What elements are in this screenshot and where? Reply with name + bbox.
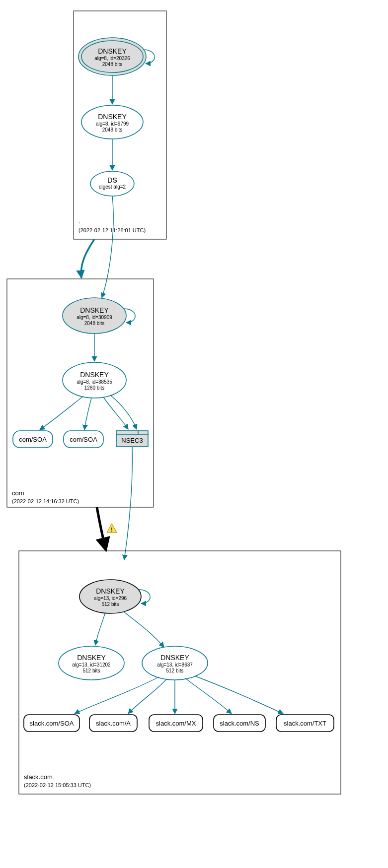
node-slack-zsk2[interactable]: DNSKEY alg=13, id=8637 512 bits [142, 646, 208, 680]
edge-rootds-to-comksk [102, 196, 113, 298]
svg-text:slack.com/NS: slack.com/NS [220, 720, 259, 727]
svg-text:alg=8, id=20326: alg=8, id=20326 [94, 56, 130, 61]
svg-text:DS: DS [107, 176, 117, 184]
svg-text:2048 bits: 2048 bits [84, 321, 105, 326]
dnssec-graph: . (2022-02-12 11:28:01 UTC) DNSKEY alg=8… [0, 0, 388, 868]
warning-icon: ! [107, 524, 117, 533]
node-slack-mx[interactable]: slack.com/MX [149, 715, 203, 732]
zone-slack: slack.com (2022-02-12 15:05:33 UTC) DNSK… [19, 551, 341, 794]
edge-deleg-com-slack [97, 507, 105, 548]
svg-text:alg=8, id=30909: alg=8, id=30909 [77, 315, 112, 320]
svg-text:512 bits: 512 bits [101, 601, 119, 607]
svg-text:1280 bits: 1280 bits [84, 385, 105, 391]
svg-text:2048 bits: 2048 bits [102, 62, 123, 67]
zone-root: . (2022-02-12 11:28:01 UTC) DNSKEY alg=8… [74, 11, 166, 239]
svg-text:com/SOA: com/SOA [70, 436, 97, 443]
svg-text:com/SOA: com/SOA [19, 436, 47, 443]
node-com-ksk[interactable]: DNSKEY alg=8, id=30909 2048 bits [63, 298, 126, 334]
svg-text:NSEC3: NSEC3 [121, 437, 143, 444]
node-slack-a[interactable]: slack.com/A [89, 715, 137, 732]
svg-text:slack.com/A: slack.com/A [96, 720, 131, 727]
edge-com-zsk-to-soa1 [40, 396, 83, 430]
svg-text:digest alg=2: digest alg=2 [99, 184, 126, 190]
svg-text:DNSKEY: DNSKEY [77, 654, 106, 662]
svg-text:alg=8, id=38535: alg=8, id=38535 [77, 379, 112, 385]
svg-text:DNSKEY: DNSKEY [160, 654, 189, 662]
node-slack-ksk[interactable]: DNSKEY alg=13, id=296 512 bits [79, 580, 141, 613]
svg-text:alg=13, id=8637: alg=13, id=8637 [157, 662, 193, 668]
edge-slack-ksk-to-zsk1 [95, 612, 105, 645]
svg-text:slack.com/TXT: slack.com/TXT [284, 720, 326, 727]
edge-slack-zsk2-to-ns [185, 678, 232, 714]
svg-text:!: ! [111, 527, 112, 533]
svg-text:slack.com/SOA: slack.com/SOA [30, 720, 74, 727]
svg-text:alg=13, id=296: alg=13, id=296 [94, 596, 127, 601]
zone-root-name: . [78, 217, 80, 225]
edge-nsec3-to-slackksk [124, 447, 132, 560]
edge-slack-zsk2-to-a [128, 679, 167, 714]
node-root-ds[interactable]: DS digest alg=2 [90, 171, 134, 196]
svg-text:DNSKEY: DNSKEY [98, 47, 127, 55]
zone-slack-name: slack.com [24, 773, 53, 781]
edge-com-zsk-to-soa2 [84, 398, 91, 430]
svg-text:alg=8, id=9799: alg=8, id=9799 [96, 121, 129, 127]
edge-slack-zsk2-to-soa [75, 677, 159, 714]
node-slack-soa[interactable]: slack.com/SOA [24, 715, 79, 732]
svg-text:DNSKEY: DNSKEY [80, 306, 109, 314]
node-root-ksk[interactable]: DNSKEY alg=8, id=20326 2048 bits [78, 38, 146, 75]
zone-com: com (2022-02-12 14:16:32 UTC) DNSKEY alg… [7, 279, 154, 507]
svg-text:DNSKEY: DNSKEY [80, 371, 109, 379]
zone-slack-ts: (2022-02-12 15:05:33 UTC) [24, 782, 91, 788]
svg-text:2048 bits: 2048 bits [102, 127, 123, 133]
svg-text:DNSKEY: DNSKEY [96, 587, 125, 595]
node-slack-txt[interactable]: slack.com/TXT [276, 715, 334, 732]
edge-com-zsk-to-nsec3b [110, 395, 137, 429]
svg-text:DNSKEY: DNSKEY [98, 113, 127, 121]
edge-slack-ksk-to-zsk2 [123, 611, 164, 647]
svg-text:alg=13, id=31202: alg=13, id=31202 [72, 662, 111, 668]
node-com-zsk[interactable]: DNSKEY alg=8, id=38535 1280 bits [63, 362, 126, 398]
zone-root-ts: (2022-02-12 11:28:01 UTC) [78, 227, 146, 233]
node-com-soa2[interactable]: com/SOA [64, 431, 103, 448]
node-slack-zsk1[interactable]: DNSKEY alg=13, id=31202 512 bits [59, 646, 124, 680]
node-com-nsec3[interactable]: NSEC3 [116, 431, 148, 447]
svg-text:slack.com/MX: slack.com/MX [156, 720, 196, 727]
zone-com-ts: (2022-02-12 14:16:32 UTC) [12, 498, 79, 504]
node-root-zsk[interactable]: DNSKEY alg=8, id=9799 2048 bits [81, 105, 143, 139]
node-slack-ns[interactable]: slack.com/NS [214, 715, 265, 732]
svg-text:512 bits: 512 bits [166, 668, 183, 673]
node-com-soa1[interactable]: com/SOA [13, 431, 53, 448]
edge-com-zsk-to-nsec3a [103, 397, 128, 429]
zone-com-name: com [12, 489, 24, 497]
svg-text:512 bits: 512 bits [82, 668, 100, 673]
edge-deleg-root-com [81, 239, 94, 278]
